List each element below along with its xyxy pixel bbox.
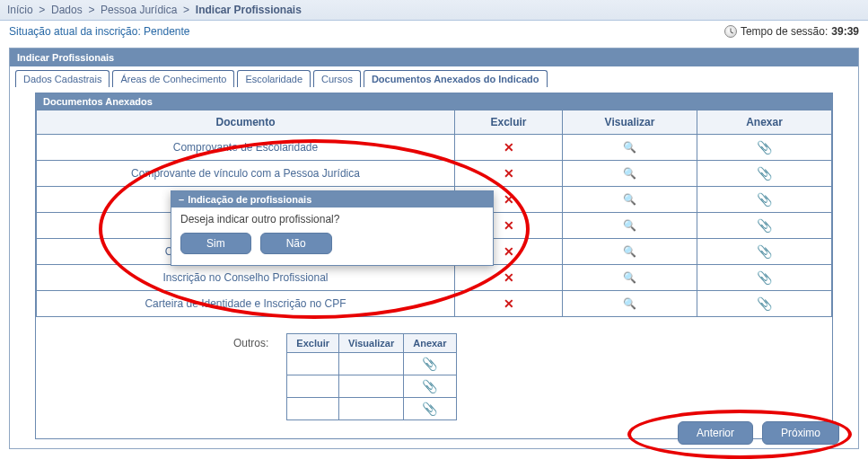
proximo-button[interactable]: Próximo <box>762 421 839 445</box>
breadcrumb-pj[interactable]: Pessoa Jurídica <box>101 4 177 16</box>
delete-icon[interactable]: ✕ <box>504 140 514 155</box>
modal-title: –Indicação de profissionais <box>171 191 493 208</box>
attach-icon[interactable]: 📎 <box>422 379 437 393</box>
attach-icon[interactable]: 📎 <box>757 270 772 285</box>
col-visualizar: Visualizar <box>563 110 697 135</box>
breadcrumb-dados[interactable]: Dados <box>51 4 83 16</box>
col-anexar: Anexar <box>404 334 456 353</box>
view-icon[interactable]: 🔍 <box>623 297 636 310</box>
doc-name: Comprovante de Escolaridade <box>37 135 455 161</box>
tab-cursos[interactable]: Cursos <box>313 70 361 87</box>
doc-name: Inscrição no Conselho Profissional <box>37 265 455 291</box>
delete-icon[interactable]: ✕ <box>504 244 514 259</box>
view-icon[interactable]: 🔍 <box>623 245 636 258</box>
delete-icon[interactable]: ✕ <box>504 270 514 285</box>
modal-question: Deseja indicar outro profissional? <box>180 213 484 225</box>
docs-panel-title: Documentos Anexados <box>36 93 832 110</box>
col-excluir: Excluir <box>287 334 339 353</box>
attach-icon[interactable]: 📎 <box>757 166 772 181</box>
attach-icon[interactable]: 📎 <box>757 218 772 233</box>
clock-icon <box>724 25 737 38</box>
attach-icon[interactable]: 📎 <box>422 402 437 416</box>
table-row: Carteira de Identidade e Inscrição no CP… <box>37 291 832 317</box>
attach-icon[interactable]: 📎 <box>757 244 772 259</box>
table-row: Inscrição no Conselho Profissional ✕ 🔍 📎 <box>37 265 832 291</box>
nao-button[interactable]: Não <box>260 233 332 254</box>
delete-icon[interactable]: ✕ <box>504 218 514 233</box>
view-icon[interactable]: 🔍 <box>623 167 636 180</box>
session-timer: Tempo de sessão: 39:39 <box>724 25 859 38</box>
col-excluir: Excluir <box>455 110 563 135</box>
breadcrumb: Início > Dados > Pessoa Jurídica > Indic… <box>0 0 868 21</box>
confirm-modal: –Indicação de profissionais Deseja indic… <box>171 190 494 266</box>
delete-icon[interactable]: ✕ <box>504 166 514 181</box>
view-icon[interactable]: 🔍 <box>623 141 636 154</box>
table-row: Comprovante de Escolaridade ✕ 🔍 📎 <box>37 135 832 161</box>
delete-icon[interactable]: ✕ <box>504 296 514 311</box>
attach-icon[interactable]: 📎 <box>757 296 772 311</box>
view-icon[interactable]: 🔍 <box>623 219 636 232</box>
breadcrumb-home[interactable]: Início <box>7 4 33 16</box>
outros-label: Outros: <box>233 333 268 420</box>
sim-button[interactable]: Sim <box>180 233 251 254</box>
col-visualizar: Visualizar <box>339 334 404 353</box>
breadcrumb-current: Indicar Profissionais <box>196 4 302 16</box>
outros-table: Excluir Visualizar Anexar 📎 📎 <box>286 333 456 420</box>
table-row: Comprovante de vínculo com a Pessoa Jurí… <box>37 161 832 187</box>
nav-buttons: Anterior Próximo <box>678 421 839 445</box>
tab-documentos-anexados[interactable]: Documentos Anexados do Indicado <box>364 70 548 87</box>
col-anexar: Anexar <box>697 110 832 135</box>
tab-escolaridade[interactable]: Escolaridade <box>237 70 311 87</box>
tab-dados-cadastrais[interactable]: Dados Cadastrais <box>15 70 110 87</box>
attach-icon[interactable]: 📎 <box>422 357 437 371</box>
doc-name: Comprovante de vínculo com a Pessoa Jurí… <box>37 161 455 187</box>
tab-areas-conhecimento[interactable]: Áreas de Conhecimento <box>112 70 234 87</box>
tabs: Dados Cadastrais Áreas de Conhecimento E… <box>10 66 858 87</box>
doc-name: Carteira de Identidade e Inscrição no CP… <box>37 291 455 317</box>
docs-panel: Documentos Anexados Documento Excluir Vi… <box>35 93 833 439</box>
anterior-button[interactable]: Anterior <box>678 421 753 445</box>
view-icon[interactable]: 🔍 <box>623 193 636 206</box>
attach-icon[interactable]: 📎 <box>757 140 772 155</box>
status-text: Situação atual da inscrição: Pendente <box>9 25 190 38</box>
panel-title: Indicar Profissionais <box>10 49 858 66</box>
table-row: 📎 <box>287 375 456 398</box>
table-row: 📎 <box>287 353 456 375</box>
delete-icon[interactable]: ✕ <box>504 192 514 207</box>
col-documento: Documento <box>37 110 455 135</box>
attach-icon[interactable]: 📎 <box>757 192 772 207</box>
table-row: 📎 <box>287 398 456 420</box>
view-icon[interactable]: 🔍 <box>623 271 636 284</box>
